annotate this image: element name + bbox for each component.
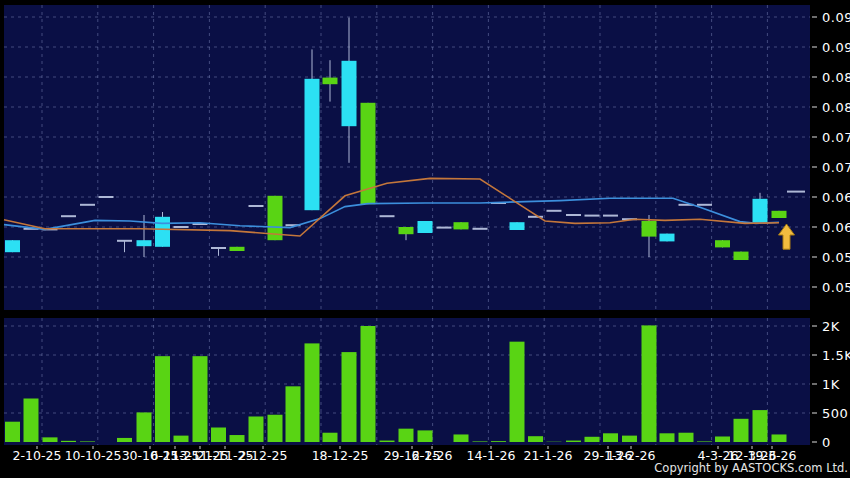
volume-bar	[323, 433, 338, 442]
price-tick-label: 0.065	[822, 190, 850, 205]
volume-bar	[622, 436, 637, 442]
doji-candle	[80, 204, 95, 206]
volume-bar	[230, 435, 245, 442]
price-tick-label: 0.095	[822, 10, 850, 25]
price-tick-label: 0.075	[822, 130, 850, 145]
volume-bar	[528, 436, 543, 442]
volume-bar	[454, 434, 469, 442]
candle-body	[418, 221, 433, 233]
price-tick-label: 0.07	[822, 160, 850, 175]
volume-pane	[4, 318, 810, 445]
volume-bar	[249, 416, 264, 442]
volume-bar	[174, 436, 189, 442]
volume-bar	[155, 356, 170, 442]
date-tick-label: 6-1-26	[412, 448, 453, 463]
candle-body	[510, 222, 525, 230]
volume-bar	[211, 428, 226, 443]
price-pane-bg	[4, 5, 810, 310]
price-tick-label: 0.08	[822, 100, 850, 115]
doji-candle	[585, 215, 600, 217]
volume-bar	[753, 410, 768, 442]
volume-bar	[380, 441, 395, 442]
copyright-label: Copyright by AASTOCKS.com Ltd.	[654, 461, 848, 475]
candle-body	[772, 211, 787, 218]
volume-bar	[642, 325, 657, 442]
volume-bar	[117, 438, 132, 442]
price-tick-label: 0.09	[822, 40, 850, 55]
volume-bar	[399, 429, 414, 442]
price-tick-label: 0.06	[822, 220, 850, 235]
price-tick-label: 0.05	[822, 280, 850, 295]
volume-bar	[5, 422, 20, 442]
volume-bar	[268, 415, 283, 442]
doji-candle	[566, 214, 581, 216]
volume-tick-label: 0	[822, 435, 831, 450]
date-tick-label: 2-12-25	[239, 448, 288, 463]
candle-body	[454, 222, 469, 229]
volume-bar	[510, 342, 525, 442]
doji-candle	[61, 215, 76, 217]
volume-bar	[566, 441, 581, 442]
volume-bar	[679, 433, 694, 442]
doji-candle	[473, 228, 488, 230]
volume-bar	[361, 326, 376, 442]
volume-bar	[43, 437, 58, 442]
volume-bar	[342, 352, 357, 442]
volume-bar	[660, 433, 675, 442]
candle-body	[660, 234, 675, 242]
candle-body	[342, 61, 357, 126]
price-tick-label: 0.085	[822, 70, 850, 85]
candle-body	[399, 227, 414, 234]
volume-tick-label: 500	[822, 406, 848, 421]
volume-bar	[715, 436, 730, 442]
date-tick-label: 2-10-25	[13, 448, 62, 463]
volume-bar	[137, 412, 152, 442]
candle-body	[734, 252, 749, 260]
date-tick-label: 14-1-26	[467, 448, 516, 463]
doji-candle	[437, 227, 452, 229]
volume-bar	[491, 441, 506, 442]
volume-bar	[772, 434, 787, 442]
doji-candle	[211, 247, 226, 249]
date-tick-label: 18-12-25	[312, 448, 369, 463]
doji-candle	[174, 226, 189, 228]
doji-candle	[99, 196, 114, 198]
candle-body	[753, 199, 768, 223]
volume-tick-label: 1.5K	[822, 348, 850, 363]
volume-bar	[473, 441, 488, 442]
volume-bar	[286, 386, 301, 442]
volume-pane-bg	[4, 318, 810, 445]
volume-bar	[697, 441, 712, 442]
volume-tick-label: 2K	[822, 319, 840, 334]
candle-body	[305, 79, 320, 210]
volume-bar	[80, 441, 95, 442]
volume-bar	[305, 343, 320, 442]
candle-body	[642, 221, 657, 237]
candle-body	[715, 240, 730, 247]
stock-chart-canvas[interactable]: 0.0950.090.0850.080.0750.070.0650.060.05…	[0, 0, 850, 478]
candle-body	[155, 217, 170, 247]
candle-body	[323, 78, 338, 85]
volume-bar	[193, 356, 208, 442]
doji-candle	[547, 210, 562, 212]
volume-bar	[734, 419, 749, 442]
volume-bar	[61, 441, 76, 442]
volume-bar	[603, 433, 618, 442]
price-tick-label: 0.055	[822, 250, 850, 265]
volume-bar	[24, 399, 39, 443]
stock-chart-window: 0.0950.090.0850.080.0750.070.0650.060.05…	[0, 0, 850, 478]
candle-body	[230, 247, 245, 251]
doji-candle	[249, 205, 264, 207]
candle-body	[137, 240, 152, 246]
volume-bar	[585, 437, 600, 442]
price-pane	[4, 5, 810, 310]
doji-candle	[697, 204, 712, 206]
volume-bar	[418, 430, 433, 442]
candle-body	[5, 240, 20, 252]
doji-candle	[380, 215, 395, 217]
doji-candle	[603, 215, 618, 217]
volume-tick-label: 1K	[822, 377, 840, 392]
doji-candle	[117, 240, 132, 242]
date-tick-label: 10-10-25	[65, 448, 122, 463]
date-tick-label: 13-2-26	[607, 448, 656, 463]
